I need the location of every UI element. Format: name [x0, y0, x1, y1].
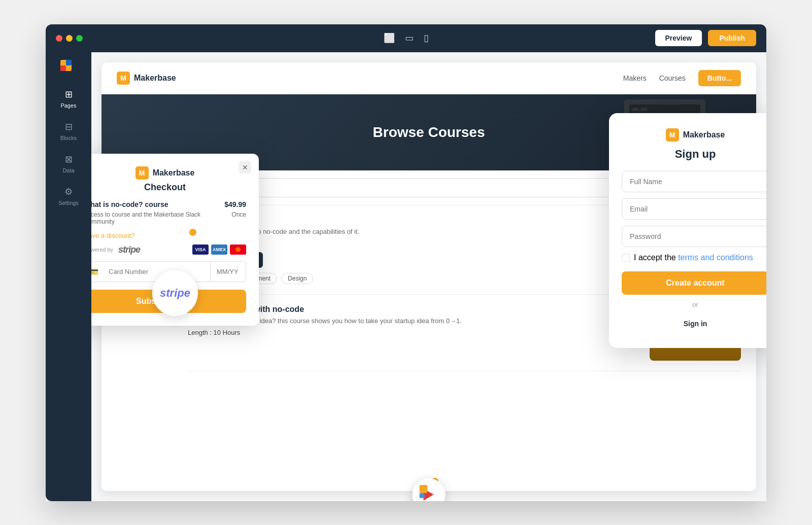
discount-link[interactable]: Have a discount? — [91, 232, 246, 239]
password-input[interactable] — [622, 226, 766, 247]
terms-checkbox[interactable] — [622, 254, 630, 262]
logo-red-sq — [60, 65, 66, 71]
sidebar-item-label: Data — [62, 167, 74, 173]
checkout-brand: Makerbase — [153, 168, 195, 178]
sidebar-item-data[interactable]: ⊠ Data — [51, 149, 86, 179]
data-icon: ⊠ — [65, 154, 73, 165]
product-details: Access to course and the Makerbase Slack… — [91, 211, 246, 227]
device-switcher: ⬜ ▭ ▯ — [384, 32, 429, 44]
minimize-dot[interactable] — [66, 35, 73, 42]
hero-title: Browse Courses — [373, 124, 485, 141]
product-name: What is no-code? course — [91, 200, 168, 208]
makerbase-icon-inner — [419, 485, 438, 501]
tag-design[interactable]: Design — [281, 273, 313, 284]
course-length-2: Length : 10 Hours — [188, 329, 639, 336]
visa-icon: VISA — [192, 244, 209, 255]
content-area: M Makerbase Makers Courses Butto... — [91, 52, 766, 501]
terms-row: I accept the terms and conditions — [622, 253, 766, 262]
logo-blue-sq — [66, 60, 72, 65]
sidebar-item-pages[interactable]: ⊞ Pages — [51, 84, 86, 114]
desktop-icon[interactable]: ⬜ — [384, 32, 395, 44]
checkout-modal-header: M Makerbase — [91, 166, 246, 180]
site-nav: M Makerbase Makers Courses Butto... — [101, 62, 756, 94]
sidebar-item-settings[interactable]: ⚙ Settings — [51, 181, 86, 211]
mastercard-icon — [230, 244, 246, 255]
product-billing: Once — [231, 211, 246, 218]
connector-dot-checkout — [189, 229, 196, 236]
stripe-logo: stripe — [118, 244, 140, 255]
sidebar-item-blocks[interactable]: ⊟ Blocks — [51, 116, 86, 146]
product-price: $49.99 — [224, 200, 246, 208]
mobile-icon[interactable]: ▯ — [424, 32, 429, 44]
maker-orange-sq — [419, 485, 427, 493]
terms-link[interactable]: terms and conditions — [678, 253, 753, 262]
checkout-title: Checkout — [91, 182, 246, 193]
browser-window: ⬜ ▭ ▯ Preview Publish ⊞ Pages ⊟ Blocks — [46, 24, 766, 501]
powered-label: Powered by — [91, 247, 113, 253]
toolbar-actions: Preview Publish — [655, 30, 757, 46]
sign-in-link[interactable]: Sign in — [622, 314, 766, 333]
publish-button[interactable]: Publish — [708, 30, 756, 46]
product-description: Access to course and the Makerbase Slack… — [91, 211, 231, 225]
sidebar-item-label: Settings — [58, 200, 79, 206]
site-nav-links: Makers Courses Butto... — [623, 70, 741, 86]
signup-brand: Makerbase — [683, 130, 725, 139]
nav-link-makers[interactable]: Makers — [623, 74, 647, 82]
email-input[interactable] — [622, 198, 766, 220]
maker-blue-sq — [419, 493, 424, 498]
preview-button[interactable]: Preview — [655, 30, 702, 46]
checkout-close-button[interactable]: ✕ — [239, 161, 251, 173]
pages-icon: ⊞ — [65, 89, 73, 100]
stripe-badge: stripe — [152, 270, 198, 316]
site-brand-name: Makerbase — [134, 74, 176, 83]
site-logo-icon: M — [117, 72, 130, 85]
card-number-input[interactable] — [103, 262, 210, 282]
signup-logo-icon: M — [666, 128, 679, 142]
sidebar: ⊞ Pages ⊟ Blocks ⊠ Data ⚙ Settings — [46, 52, 91, 501]
signup-logo-row: M Makerbase — [622, 128, 766, 142]
stripe-badge-text: stripe — [160, 287, 190, 300]
browser-titlebar: ⬜ ▭ ▯ Preview Publish — [46, 24, 766, 52]
signup-modal: M Makerbase Sign up I accept the terms a… — [609, 113, 766, 348]
close-dot[interactable] — [56, 35, 62, 42]
nav-cta-button[interactable]: Butto... — [698, 70, 741, 86]
amex-icon: AMEX — [211, 244, 227, 255]
or-divider: or — [622, 301, 766, 308]
card-icon-field: 💳 — [91, 262, 103, 282]
fullname-input[interactable] — [622, 171, 766, 192]
create-account-button[interactable]: Create account — [622, 271, 766, 295]
settings-icon: ⚙ — [64, 186, 73, 197]
card-icons: VISA AMEX — [192, 244, 246, 255]
checkout-logo-icon: M — [136, 166, 149, 180]
nav-link-courses[interactable]: Courses — [659, 74, 686, 82]
sidebar-item-label: Pages — [60, 102, 76, 109]
sidebar-logo — [60, 60, 77, 71]
site-logo: M Makerbase — [117, 72, 176, 85]
maximize-dot[interactable] — [76, 35, 83, 42]
tablet-icon[interactable]: ▭ — [405, 32, 414, 44]
checkout-product: What is no-code? course $49.99 — [91, 200, 246, 208]
blocks-icon: ⊟ — [65, 121, 73, 132]
window-controls — [56, 35, 83, 42]
sidebar-item-label: Blocks — [60, 135, 77, 141]
signup-title: Sign up — [622, 148, 766, 161]
terms-text: I accept the terms and conditions — [634, 253, 753, 262]
editor-body: ⊞ Pages ⊟ Blocks ⊠ Data ⚙ Settings — [46, 52, 766, 501]
powered-by-row: Powered by stripe VISA AMEX — [91, 244, 246, 255]
card-expiry-input[interactable] — [210, 262, 246, 282]
